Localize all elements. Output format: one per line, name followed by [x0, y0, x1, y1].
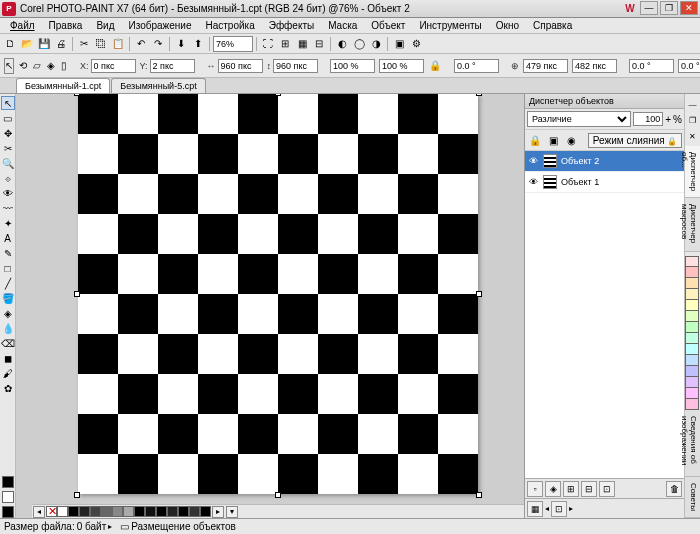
status-dropdown-icon[interactable]: ▸	[108, 522, 112, 531]
clear-mask-icon[interactable]: ◯	[351, 36, 367, 52]
fg-color-swatch[interactable]	[2, 476, 14, 488]
canvas[interactable]	[78, 94, 478, 494]
text-tool[interactable]: A	[1, 231, 15, 245]
delete-layer-icon[interactable]: 🗑	[666, 481, 682, 497]
copy-icon[interactable]: ⿻	[93, 36, 109, 52]
welcome-icon[interactable]: W	[622, 1, 638, 17]
toggle-clip-icon[interactable]: ▣	[545, 132, 561, 148]
menu-view[interactable]: Вид	[90, 19, 120, 32]
menu-adjust[interactable]: Настройка	[199, 19, 260, 32]
distort-mode-icon[interactable]: ◈	[46, 58, 56, 74]
color-well[interactable]	[685, 322, 699, 333]
fill-tool[interactable]: 🪣	[1, 291, 15, 305]
palette-swatch[interactable]	[178, 506, 189, 517]
palette-swatch[interactable]	[68, 506, 79, 517]
nav-prev-icon[interactable]: ◂	[545, 504, 549, 513]
nav-next-icon[interactable]: ▸	[569, 504, 573, 513]
rulers-icon[interactable]: ⊞	[277, 36, 293, 52]
palette-swatch[interactable]	[145, 506, 156, 517]
nav-zoom-icon[interactable]: ⊡	[551, 501, 567, 517]
close-button[interactable]: ✕	[680, 1, 698, 15]
menu-help[interactable]: Справка	[527, 19, 578, 32]
skew-y-input[interactable]	[678, 59, 700, 73]
rectangle-tool[interactable]: □	[1, 261, 15, 275]
vtab-hints[interactable]: Советы	[685, 477, 700, 518]
combine-icon[interactable]: ⊟	[581, 481, 597, 497]
new-from-mask-icon[interactable]: ⊞	[563, 481, 579, 497]
vtab-object-manager[interactable]: Диспетчер об...	[685, 146, 700, 198]
palette-swatch[interactable]	[167, 506, 178, 517]
menu-object[interactable]: Объект	[365, 19, 411, 32]
palette-swatch[interactable]	[189, 506, 200, 517]
merge-mode-button[interactable]: Режим слияния 🔒	[588, 133, 682, 148]
vtab-macro-manager[interactable]: Диспетчер макросов	[685, 198, 700, 252]
tab-doc1[interactable]: Безымянный-1.cpt	[16, 78, 110, 93]
scale-x-input[interactable]	[330, 59, 375, 73]
color-well[interactable]	[685, 399, 699, 410]
path-tool[interactable]: ✎	[1, 246, 15, 260]
palette-swatch[interactable]	[123, 506, 134, 517]
shadow-tool[interactable]: ◼	[1, 351, 15, 365]
new-lens-icon[interactable]: ◈	[545, 481, 561, 497]
pick-tool-icon[interactable]: ↖	[4, 58, 14, 74]
handle-mid-right[interactable]	[476, 291, 482, 297]
mask-icon[interactable]: ◐	[334, 36, 350, 52]
tab-doc2[interactable]: Безымянный-5.cpt	[111, 78, 205, 93]
lock-transparency-icon[interactable]: 🔒	[527, 132, 543, 148]
handle-top-left[interactable]	[74, 94, 80, 96]
cut-icon[interactable]: ✂	[76, 36, 92, 52]
center-y-input[interactable]	[572, 59, 617, 73]
scale-y-input[interactable]	[379, 59, 424, 73]
handle-mid-left[interactable]	[74, 291, 80, 297]
perspective-mode-icon[interactable]: ▯	[60, 58, 68, 74]
width-input[interactable]	[218, 59, 263, 73]
import-icon[interactable]: ⬇	[173, 36, 189, 52]
pick-tool[interactable]: ↖	[1, 96, 15, 110]
layer-object-1[interactable]: 👁 Объект 1	[525, 172, 684, 193]
image-sprayer-tool[interactable]: ✿	[1, 381, 15, 395]
toggle-show-icon[interactable]: ◉	[563, 132, 579, 148]
menu-edit[interactable]: Правка	[43, 19, 89, 32]
palette-swatch[interactable]	[134, 506, 145, 517]
layer-object-2[interactable]: 👁 Объект 2	[525, 151, 684, 172]
transparency-tool[interactable]: ◈	[1, 306, 15, 320]
maximize-button[interactable]: ❐	[660, 1, 678, 15]
restore-doc-icon[interactable]: ❐	[685, 112, 701, 128]
color-well[interactable]	[685, 388, 699, 399]
color-well[interactable]	[685, 300, 699, 311]
palette-swatch[interactable]	[112, 506, 123, 517]
mask-transform-tool[interactable]: ✥	[1, 126, 15, 140]
menu-mask[interactable]: Маска	[322, 19, 363, 32]
zoom-input[interactable]	[213, 36, 253, 52]
vtab-image-info[interactable]: Сведения об изображении	[685, 410, 700, 477]
palette-swatch[interactable]	[90, 506, 101, 517]
save-icon[interactable]: 💾	[36, 36, 52, 52]
rotation-input[interactable]	[454, 59, 499, 73]
minimize-doc-icon[interactable]: —	[685, 96, 701, 112]
palette-menu-icon[interactable]: ▾	[226, 506, 238, 518]
rotate-mode-icon[interactable]: ⟲	[18, 58, 28, 74]
line-tool[interactable]: ╱	[1, 276, 15, 290]
color-well[interactable]	[685, 377, 699, 388]
effect-tool[interactable]: ✦	[1, 216, 15, 230]
color-well[interactable]	[685, 355, 699, 366]
paste-icon[interactable]: 📋	[110, 36, 126, 52]
opacity-plus[interactable]: +	[665, 114, 671, 125]
skew-mode-icon[interactable]: ▱	[32, 58, 42, 74]
palette-swatch[interactable]	[79, 506, 90, 517]
eyedropper-tool[interactable]: 💧	[1, 321, 15, 335]
paint-tool[interactable]: 🖌	[1, 366, 15, 380]
height-input[interactable]	[273, 59, 318, 73]
color-well[interactable]	[685, 289, 699, 300]
menu-window[interactable]: Окно	[490, 19, 525, 32]
new-object-icon[interactable]: ▫	[527, 481, 543, 497]
guides-icon[interactable]: ⊟	[311, 36, 327, 52]
crop-tool[interactable]: ✂	[1, 141, 15, 155]
bg-color-swatch[interactable]	[2, 491, 14, 503]
redeye-tool[interactable]: 👁	[1, 186, 15, 200]
redo-icon[interactable]: ↷	[150, 36, 166, 52]
menu-image[interactable]: Изображение	[122, 19, 197, 32]
visibility-icon[interactable]: 👁	[529, 177, 539, 187]
close-doc-icon[interactable]: ✕	[685, 128, 701, 144]
handle-bot-right[interactable]	[476, 492, 482, 498]
